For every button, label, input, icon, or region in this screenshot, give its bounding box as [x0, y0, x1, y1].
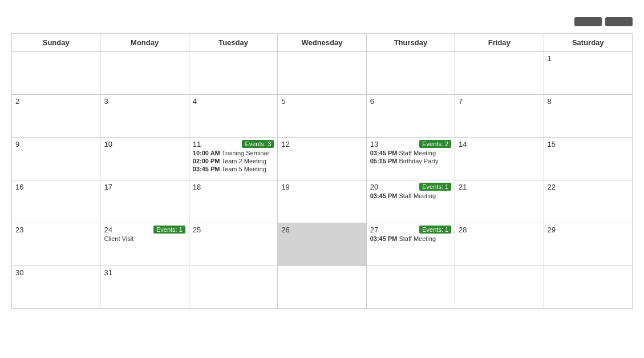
- event-desc: Staff Meeting: [399, 150, 436, 156]
- day-number: 10: [104, 140, 112, 148]
- day-number: 23: [15, 226, 23, 234]
- calendar-cell[interactable]: 12: [278, 138, 366, 180]
- cell-header: 8: [548, 97, 629, 106]
- cell-header: 18: [193, 183, 274, 191]
- calendar-cell[interactable]: 17: [100, 180, 189, 223]
- calendar-week-row: 91011Events: 310:00 AM Training Seminar0…: [12, 138, 633, 180]
- events-badge[interactable]: Events: 1: [419, 226, 451, 234]
- calendar-cell[interactable]: 9: [12, 138, 100, 180]
- event-item: Client Visit: [104, 235, 185, 242]
- calendar-week-row: 1: [12, 52, 633, 95]
- calendar-cell[interactable]: 1: [544, 52, 632, 95]
- calendar-cell[interactable]: 21: [455, 180, 544, 223]
- day-number: 1: [548, 54, 552, 63]
- cell-header: 26: [281, 226, 362, 234]
- calendar-cell[interactable]: 14: [455, 138, 544, 180]
- calendar-cell[interactable]: 26: [278, 223, 366, 266]
- calendar-cell[interactable]: 31: [100, 266, 189, 309]
- event-item: 03:45 PM Staff Meeting: [370, 235, 451, 242]
- day-header: Tuesday: [189, 34, 277, 52]
- event-time: 02:00 PM: [193, 158, 222, 164]
- day-number: 26: [281, 226, 289, 234]
- cell-header: 9: [15, 140, 96, 148]
- day-headers-row: SundayMondayTuesdayWednesdayThursdayFrid…: [12, 34, 633, 52]
- day-number: 13: [370, 140, 378, 148]
- calendar-cell[interactable]: 28: [455, 223, 544, 266]
- prev-button[interactable]: [574, 17, 602, 26]
- cell-header: 11Events: 3: [193, 140, 274, 148]
- cell-header: 24Events: 1: [104, 226, 185, 234]
- day-number: 29: [548, 226, 556, 234]
- calendar-cell[interactable]: 11Events: 310:00 AM Training Seminar02:0…: [189, 138, 277, 180]
- calendar-cell[interactable]: 3: [100, 95, 189, 138]
- cell-header: 14: [459, 140, 540, 148]
- calendar-cell[interactable]: 19: [278, 180, 366, 223]
- calendar-cell[interactable]: 16: [12, 180, 100, 223]
- top-message: [0, 0, 644, 11]
- calendar-cell[interactable]: 2: [12, 95, 100, 138]
- cell-header: 25: [193, 226, 274, 234]
- cell-header: 6: [370, 97, 451, 106]
- calendar-cell[interactable]: 4: [189, 95, 277, 138]
- event-time: 03:45 PM: [370, 150, 399, 156]
- calendar-week-row: 3031: [12, 266, 633, 309]
- calendar-cell[interactable]: 25: [189, 223, 277, 266]
- calendar-cell[interactable]: 23: [12, 223, 100, 266]
- cell-header: 15: [548, 140, 629, 148]
- events-badge[interactable]: Events: 2: [419, 140, 451, 148]
- calendar-cell: [366, 266, 455, 309]
- cell-header: 7: [459, 97, 540, 106]
- event-time: 03:45 PM: [193, 166, 222, 172]
- day-number: 5: [281, 97, 285, 106]
- cell-header: 20Events: 1: [370, 183, 451, 191]
- calendar-week-row: 2324Events: 1Client Visit252627Events: 1…: [12, 223, 633, 266]
- next-button[interactable]: [605, 17, 633, 26]
- event-item: 03:45 PM Staff Meeting: [370, 150, 451, 156]
- day-number: 18: [193, 183, 201, 191]
- day-number: 3: [104, 97, 108, 106]
- calendar-cell[interactable]: 5: [278, 95, 366, 138]
- day-number: 22: [548, 183, 556, 191]
- event-desc: Team 5 Meeting: [222, 166, 266, 172]
- event-time: 03:45 PM: [370, 235, 399, 242]
- calendar-cell[interactable]: 6: [366, 95, 455, 138]
- event-desc: Staff Meeting: [399, 235, 436, 242]
- day-number: 31: [104, 268, 112, 277]
- calendar-cell: [455, 52, 544, 95]
- day-header: Sunday: [12, 34, 100, 52]
- cell-header: 1: [548, 54, 629, 63]
- cell-header: 12: [281, 140, 362, 148]
- calendar-cell[interactable]: 8: [544, 95, 632, 138]
- event-time: 10:00 AM: [193, 150, 222, 156]
- calendar-cell: [100, 52, 189, 95]
- calendar-cell[interactable]: 13Events: 203:45 PM Staff Meeting05:15 P…: [366, 138, 455, 180]
- events-badge[interactable]: Events: 1: [419, 183, 451, 191]
- day-header: Wednesday: [278, 34, 366, 52]
- calendar-cell[interactable]: 7: [455, 95, 544, 138]
- event-item: 05:15 PM Birthday Party: [370, 158, 451, 164]
- cell-header: 5: [281, 97, 362, 106]
- events-badge[interactable]: Events: 1: [153, 226, 185, 234]
- calendar-cell[interactable]: 22: [544, 180, 632, 223]
- event-item: 02:00 PM Team 2 Meeting: [193, 158, 274, 164]
- calendar-cell[interactable]: 30: [12, 266, 100, 309]
- cell-header: 2: [15, 97, 96, 106]
- calendar-cell: [455, 266, 544, 309]
- calendar-cell[interactable]: 20Events: 103:45 PM Staff Meeting: [366, 180, 455, 223]
- calendar-week-row: 1617181920Events: 103:45 PM Staff Meetin…: [12, 180, 633, 223]
- calendar-cell[interactable]: 29: [544, 223, 632, 266]
- calendar-cell[interactable]: 10: [100, 138, 189, 180]
- day-number: 11: [193, 140, 201, 148]
- cell-header: 19: [281, 183, 362, 191]
- cell-header: 13Events: 2: [370, 140, 451, 148]
- day-number: 20: [370, 183, 378, 191]
- calendar-header: [11, 17, 633, 26]
- calendar-cell[interactable]: 18: [189, 180, 277, 223]
- calendar-cell[interactable]: 15: [544, 138, 632, 180]
- event-desc: Birthday Party: [399, 158, 438, 164]
- events-badge[interactable]: Events: 3: [242, 140, 274, 148]
- calendar-cell[interactable]: 24Events: 1Client Visit: [100, 223, 189, 266]
- calendar-cell[interactable]: 27Events: 103:45 PM Staff Meeting: [366, 223, 455, 266]
- event-desc: Training Seminar: [222, 150, 269, 156]
- cell-header: 29: [548, 226, 629, 234]
